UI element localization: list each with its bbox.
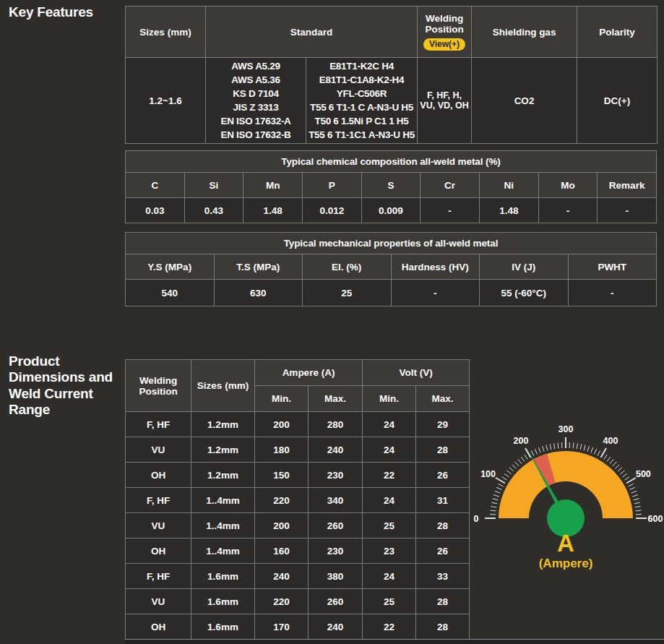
volt-min-cell: 24 — [363, 564, 416, 589]
gauge-tick — [502, 477, 507, 480]
gauge-tick — [496, 487, 501, 489]
gauge-tick — [580, 444, 582, 450]
chemical-table-title: Typical chemical composition all-weld me… — [126, 151, 657, 173]
range-table-row: OH1..4mm1602302326 — [126, 538, 470, 564]
chemical-table: Typical chemical composition all-weld me… — [125, 150, 657, 223]
range-table-row: OH1.2mm1502302226 — [126, 463, 470, 488]
spec-col-sizes: Sizes (mm) — [126, 7, 206, 58]
gauge-tick — [491, 510, 496, 511]
ampere-min-cell: 240 — [255, 564, 309, 589]
ampere-max-cell: 230 — [309, 463, 363, 488]
chem-header-cell: S — [361, 173, 421, 198]
gauge-tick-label: 600 — [648, 514, 663, 524]
mech-header-cell: PWHT — [568, 254, 657, 280]
size-cell: 1..4mm — [191, 488, 255, 513]
gauge-tick — [493, 499, 499, 500]
ampere-min-cell: 160 — [255, 538, 309, 564]
gauge-tick — [512, 465, 517, 469]
welding-position-label: Welding Position — [419, 13, 470, 35]
mech-header-cell: Hardness (HV) — [391, 254, 480, 280]
volt-min-cell: 24 — [363, 488, 416, 513]
gauge-tick — [491, 507, 496, 507]
gauge-tick — [636, 510, 642, 511]
welding-position-cell: OH — [126, 614, 191, 640]
gauge-tick — [635, 507, 641, 507]
range-col-volt: Volt (V) — [363, 360, 470, 386]
gauge-tick — [509, 468, 514, 471]
chem-value-cell: - — [598, 198, 657, 223]
mech-header-cell: IV (J) — [480, 254, 569, 280]
gauge-tick — [607, 457, 611, 461]
chem-value-cell: 1.48 — [479, 198, 538, 223]
chem-value-cell: - — [538, 198, 598, 223]
gauge-tick-label: 400 — [603, 436, 618, 446]
size-cell: 1.6mm — [191, 614, 255, 640]
gauge-tick — [591, 447, 593, 452]
gauge-tick — [504, 473, 509, 477]
spec-col-shielding-gas: Shielding gas — [472, 7, 577, 58]
polarity-value: DC(+) — [577, 58, 657, 144]
gauge-tick — [601, 448, 607, 458]
volt-max-cell: 26 — [416, 463, 470, 488]
range-table-row: VU1..4mm2002602528 — [126, 513, 470, 538]
size-cell: 1.2mm — [191, 437, 255, 463]
gauge-tick — [618, 468, 622, 471]
ampere-max-cell: 240 — [309, 614, 363, 640]
gauge-tick — [550, 444, 551, 450]
gauge-tick — [525, 448, 531, 458]
gauge-tick — [626, 478, 636, 484]
welding-position-cell: F, HF — [126, 564, 191, 589]
chem-header-cell: Mn — [243, 173, 303, 198]
volt-max-cell: 31 — [416, 488, 470, 513]
size-cell: 1.6mm — [191, 564, 255, 589]
range-table-row: F, HF1.6mm2403802433 — [126, 564, 470, 589]
gauge-tick — [631, 491, 637, 493]
gauge-tick — [518, 459, 522, 463]
gauge-tick — [595, 449, 597, 454]
ampere-max-cell: 260 — [309, 589, 363, 614]
ampere-min-cell: 200 — [255, 513, 309, 538]
chem-value-cell: 0.03 — [126, 198, 185, 223]
next-section-edge — [125, 639, 664, 644]
size-cell: 1..4mm — [191, 538, 255, 564]
gauge-tick — [498, 484, 503, 486]
gauge-tick — [495, 491, 500, 493]
gauge-tick — [535, 449, 537, 454]
volt-max-cell: 28 — [416, 589, 470, 614]
range-col-welding-position: Welding Position — [126, 360, 191, 412]
gauge-tick — [613, 462, 616, 466]
mechanical-table-value-row: 54063025-55 (-60°C)- — [126, 280, 657, 306]
chem-value-cell: 0.009 — [361, 198, 421, 223]
mech-value-cell: 540 — [126, 280, 215, 306]
ampere-gauge: 0100200300400500600 — [465, 423, 664, 540]
gauge-tick-label: 500 — [636, 469, 651, 479]
welding-position-cell: OH — [126, 538, 191, 564]
chemical-table-value-row: 0.030.431.480.0120.009-1.48-- — [126, 198, 657, 223]
ampere-min-cell: 220 — [255, 589, 309, 614]
mechanical-table-title: Typical mechanical properties of all-wel… — [126, 233, 657, 254]
gauge-tick — [515, 462, 519, 466]
ampere-max-cell: 280 — [309, 412, 363, 437]
sizes-value: 1.2~1.6 — [126, 58, 206, 144]
spec-col-polarity: Polarity — [577, 7, 657, 58]
ampere-min-cell: 180 — [255, 437, 309, 463]
gauge-tick — [610, 459, 613, 463]
volt-min-cell: 23 — [363, 538, 416, 564]
range-table-row: F, HF1.2mm2002802429 — [126, 412, 470, 437]
ampere-max-cell: 230 — [309, 538, 363, 564]
gauge-tick — [577, 443, 577, 449]
gauge-tick — [632, 495, 638, 497]
key-features-heading: Key Features — [9, 4, 93, 20]
welding-position-cell: VU — [126, 513, 191, 538]
mech-value-cell: - — [391, 280, 480, 306]
chem-value-cell: 0.43 — [184, 198, 243, 223]
range-table-row: OH1.6mm1702402228 — [126, 614, 470, 640]
gauge-tick — [521, 457, 525, 461]
spec-col-welding-position: Welding Position View(+) — [418, 7, 472, 58]
range-col-volt-min: Min. — [363, 386, 416, 412]
mech-value-cell: 55 (-60°C) — [480, 280, 569, 306]
gauge-tick — [584, 445, 585, 451]
view-position-button[interactable]: View(+) — [423, 38, 465, 51]
size-cell: 1.2mm — [191, 463, 255, 488]
gauge-tick — [538, 447, 540, 452]
